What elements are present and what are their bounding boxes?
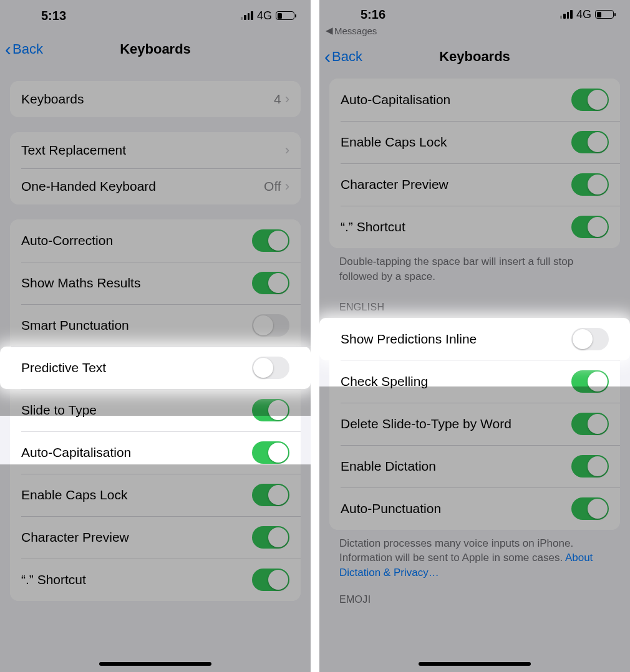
status-right: 4G <box>241 9 294 22</box>
predictions-inline-row[interactable]: Show Predictions Inline <box>319 318 630 360</box>
battery-icon <box>595 10 614 19</box>
caps-lock-label: Enable Caps Lock <box>341 135 571 150</box>
delete-slide-toggle[interactable] <box>571 413 609 435</box>
home-indicator[interactable] <box>419 662 531 666</box>
show-maths-label: Show Maths Results <box>21 276 252 290</box>
chevron-right-icon: › <box>285 91 289 107</box>
network-label: 4G <box>257 9 272 22</box>
status-bar: 5:13 4G <box>0 0 311 31</box>
dot-shortcut-row[interactable]: “.” Shortcut <box>329 206 620 248</box>
one-handed-row[interactable]: One-Handed Keyboard Off › <box>10 168 301 204</box>
auto-cap-label: Auto-Capitalisation <box>341 92 571 107</box>
char-preview-label: Character Preview <box>21 530 252 545</box>
smart-punctuation-label: Smart Punctuation <box>21 318 252 333</box>
caps-lock-row[interactable]: Enable Caps Lock <box>329 121 620 163</box>
char-preview-label: Character Preview <box>341 177 571 192</box>
one-handed-value: Off <box>264 179 281 194</box>
predictive-text-label: Predictive Text <box>21 360 252 375</box>
enable-dictation-row[interactable]: Enable Dictation <box>329 445 620 487</box>
dot-shortcut-toggle[interactable] <box>571 216 609 238</box>
left-screenshot: 5:13 4G ‹ Back Keyboards Keyboards 4 › T… <box>0 0 311 672</box>
auto-cap-row[interactable]: Auto-Capitalisation <box>10 431 301 474</box>
group-typing-settings: Auto-Correction Show Maths Results Smart… <box>10 219 301 601</box>
dot-shortcut-row[interactable]: “.” Shortcut <box>10 559 301 601</box>
nav-header: ‹ Back Keyboards <box>0 31 311 67</box>
caps-lock-row[interactable]: Enable Caps Lock <box>10 474 301 516</box>
auto-cap-row[interactable]: Auto-Capitalisation <box>329 79 620 121</box>
auto-cap-toggle[interactable] <box>571 89 609 111</box>
keyboards-label: Keyboards <box>21 92 274 107</box>
signal-icon <box>560 10 573 19</box>
status-time: 5:13 <box>16 9 91 23</box>
char-preview-toggle[interactable] <box>252 526 289 549</box>
auto-correction-label: Auto-Correction <box>21 233 252 248</box>
text-replacement-row[interactable]: Text Replacement › <box>10 132 301 168</box>
delete-slide-label: Delete Slide-to-Type by Word <box>341 416 571 431</box>
dictation-footer-text: Dictation processes many voice inputs on… <box>339 537 573 564</box>
back-button[interactable]: ‹ Back <box>324 39 362 75</box>
check-spelling-label: Check Spelling <box>341 374 571 389</box>
dot-shortcut-toggle[interactable] <box>252 569 289 591</box>
breadcrumb[interactable]: ◀ Messages <box>319 25 630 39</box>
one-handed-label: One-Handed Keyboard <box>21 179 264 194</box>
caps-lock-toggle[interactable] <box>252 484 289 506</box>
dot-shortcut-label: “.” Shortcut <box>21 572 252 587</box>
emoji-section-header: EMOJI <box>319 580 630 610</box>
char-preview-toggle[interactable] <box>571 173 609 196</box>
char-preview-row[interactable]: Character Preview <box>10 516 301 559</box>
status-bar: 5:16 4G <box>319 0 630 25</box>
dot-shortcut-footer: Double-tapping the space bar will insert… <box>319 248 630 284</box>
page-title: Keyboards <box>120 41 191 57</box>
enable-dictation-toggle[interactable] <box>571 455 609 478</box>
slide-to-type-toggle[interactable] <box>252 399 289 421</box>
auto-correction-toggle[interactable] <box>252 229 289 252</box>
auto-cap-label: Auto-Capitalisation <box>21 445 252 460</box>
nav-header: ‹ Back Keyboards <box>319 39 630 75</box>
check-spelling-row[interactable]: Check Spelling <box>329 360 620 403</box>
predictive-text-toggle[interactable] <box>252 357 289 379</box>
auto-correction-row[interactable]: Auto-Correction <box>10 219 301 262</box>
chevron-left-icon: ‹ <box>5 40 11 59</box>
back-button[interactable]: ‹ Back <box>5 31 43 67</box>
battery-icon <box>276 11 294 20</box>
caps-lock-label: Enable Caps Lock <box>21 487 252 502</box>
breadcrumb-label: Messages <box>334 26 377 36</box>
chevron-right-icon: › <box>285 178 289 194</box>
slide-to-type-row[interactable]: Slide to Type <box>10 389 301 431</box>
delete-slide-row[interactable]: Delete Slide-to-Type by Word <box>329 403 620 445</box>
group-typing-top: Auto-Capitalisation Enable Caps Lock Cha… <box>329 79 620 248</box>
smart-punctuation-row[interactable]: Smart Punctuation <box>10 304 301 347</box>
auto-punctuation-row[interactable]: Auto-Punctuation <box>329 487 620 530</box>
char-preview-row[interactable]: Character Preview <box>329 163 620 206</box>
caps-lock-toggle[interactable] <box>571 131 609 153</box>
page-title: Keyboards <box>439 49 510 65</box>
text-replacement-label: Text Replacement <box>21 143 285 158</box>
back-label: Back <box>12 41 43 57</box>
status-right: 4G <box>560 8 614 21</box>
smart-punctuation-toggle[interactable] <box>252 314 289 337</box>
breadcrumb-back-icon: ◀ <box>326 25 333 36</box>
group-english: Show Predictions Inline Check Spelling D… <box>329 318 620 530</box>
status-time: 5:16 <box>336 7 410 22</box>
network-label: 4G <box>576 8 591 21</box>
home-indicator[interactable] <box>99 662 211 666</box>
show-maths-row[interactable]: Show Maths Results <box>10 262 301 304</box>
signal-icon <box>241 11 253 20</box>
auto-punctuation-toggle[interactable] <box>571 497 609 520</box>
auto-cap-toggle[interactable] <box>252 441 289 464</box>
keyboards-count: 4 <box>274 92 281 107</box>
dictation-footer: Dictation processes many voice inputs on… <box>319 530 630 580</box>
group-keyboards: Keyboards 4 › <box>10 81 301 117</box>
english-section-header: ENGLISH <box>319 284 630 318</box>
keyboards-row[interactable]: Keyboards 4 › <box>10 81 301 117</box>
predictions-inline-toggle[interactable] <box>571 328 609 350</box>
check-spelling-toggle[interactable] <box>571 370 609 393</box>
chevron-left-icon: ‹ <box>324 47 331 66</box>
enable-dictation-label: Enable Dictation <box>341 459 571 474</box>
predictions-inline-label: Show Predictions Inline <box>341 332 571 347</box>
auto-punctuation-label: Auto-Punctuation <box>341 501 571 516</box>
predictive-text-row[interactable]: Predictive Text <box>0 347 311 389</box>
chevron-right-icon: › <box>285 142 289 158</box>
dot-shortcut-label: “.” Shortcut <box>341 219 571 234</box>
show-maths-toggle[interactable] <box>252 272 289 294</box>
